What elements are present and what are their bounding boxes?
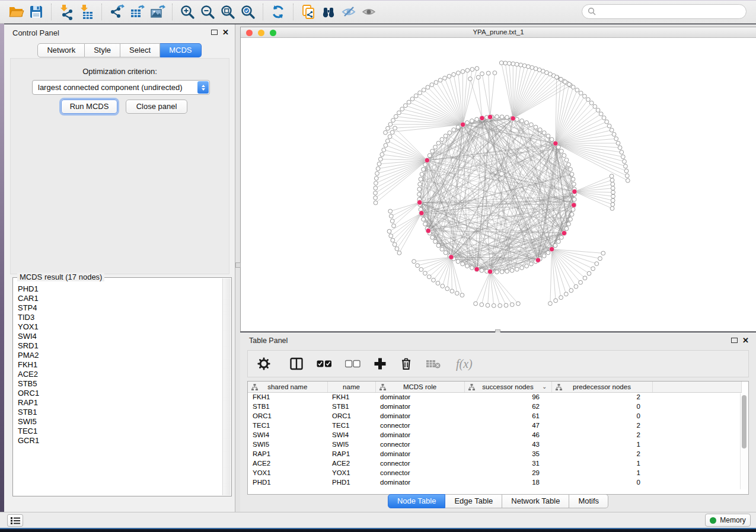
cell-successors[interactable]: 46	[464, 430, 551, 440]
table-row[interactable]: RAP1RAP1dominator352	[248, 449, 741, 459]
mcds-result-item[interactable]: FKH1	[18, 360, 222, 370]
table-row[interactable]: SWI4SWI4dominator462	[248, 430, 741, 440]
table-row[interactable]: TEC1TEC1connector472	[248, 421, 741, 430]
panel-splitter-vertical[interactable]	[235, 24, 240, 512]
cell-shared_name[interactable]: PHD1	[248, 477, 327, 487]
cell-predecessors[interactable]: 2	[551, 392, 652, 402]
hide-selected-eye-icon[interactable]	[339, 2, 359, 22]
cell-name[interactable]: ACE2	[327, 459, 375, 468]
cell-name[interactable]: ORC1	[327, 411, 375, 421]
window-minimize-icon[interactable]	[258, 30, 264, 36]
tab-network-table[interactable]: Network Table	[502, 494, 569, 508]
cell-name[interactable]: STB1	[327, 402, 375, 411]
clone-network-icon[interactable]	[298, 2, 318, 22]
network-window-titlebar[interactable]: YPA_prune.txt_1	[241, 27, 756, 38]
cell-successors[interactable]: 31	[464, 459, 551, 468]
mcds-result-item[interactable]: CAR1	[18, 294, 222, 303]
tab-style[interactable]: Style	[85, 43, 120, 57]
mcds-result-item[interactable]: STB1	[18, 408, 222, 417]
tab-node-table[interactable]: Node Table	[388, 494, 446, 508]
column-header-shared-name[interactable]: shared name	[248, 382, 327, 392]
refresh-icon[interactable]	[268, 2, 288, 22]
mcds-result-item[interactable]: YOX1	[18, 322, 222, 332]
cell-shared_name[interactable]: SWI5	[248, 440, 327, 449]
cell-successors[interactable]: 29	[464, 468, 551, 477]
search-input[interactable]	[596, 6, 746, 18]
memory-button[interactable]: Memory	[705, 514, 751, 527]
export-network-icon[interactable]	[107, 2, 127, 22]
mcds-list-scrollbar[interactable]	[222, 278, 231, 495]
tab-motifs[interactable]: Motifs	[569, 494, 608, 508]
column-header-mcds-role[interactable]: MCDS role	[375, 382, 464, 392]
cell-predecessors[interactable]: 2	[551, 421, 652, 430]
cell-name[interactable]: FKH1	[327, 392, 375, 402]
save-icon[interactable]	[26, 2, 46, 22]
table-row[interactable]: ACE2ACE2connector311	[248, 459, 741, 468]
column-header-predecessor-nodes[interactable]: predecessor nodes	[551, 382, 652, 392]
cell-role[interactable]: dominator	[375, 392, 464, 402]
window-close-icon[interactable]	[246, 30, 253, 36]
column-header-successor-nodes[interactable]: successor nodes ⌄	[464, 382, 551, 392]
import-table-icon[interactable]	[76, 2, 97, 22]
export-table-icon[interactable]	[127, 2, 147, 22]
cell-predecessors[interactable]: 1	[551, 459, 652, 468]
cell-role[interactable]: connector	[375, 459, 464, 468]
delete-table-icon[interactable]	[426, 358, 441, 369]
cell-successors[interactable]: 35	[464, 449, 551, 459]
mcds-result-item[interactable]: RAP1	[18, 398, 222, 408]
mcds-result-item[interactable]: SWI5	[18, 417, 222, 427]
table-row[interactable]: YOX1YOX1connector291	[248, 468, 741, 477]
table-row[interactable]: FKH1FKH1dominator962	[248, 392, 741, 402]
zoom-fit-icon[interactable]	[218, 2, 238, 22]
cell-role[interactable]: dominator	[375, 449, 464, 459]
close-panel-icon[interactable]: ✕	[222, 29, 229, 36]
close-panel-icon[interactable]: ✕	[742, 337, 749, 344]
cell-role[interactable]: dominator	[375, 411, 464, 421]
tab-edge-table[interactable]: Edge Table	[445, 494, 502, 508]
cell-successors[interactable]: 61	[464, 411, 551, 421]
export-image-icon[interactable]	[147, 2, 167, 22]
mcds-result-list[interactable]: PHD1CAR1STP4TID3YOX1SWI4SRD1PMA2FKH1ACE2…	[14, 281, 222, 495]
cell-shared_name[interactable]: FKH1	[248, 392, 327, 402]
import-network-icon[interactable]	[56, 2, 76, 22]
select-all-icon[interactable]	[317, 360, 332, 368]
cell-predecessors[interactable]: 1	[551, 468, 652, 477]
cell-name[interactable]: SWI4	[327, 430, 375, 440]
cell-role[interactable]: dominator	[375, 477, 464, 487]
window-zoom-icon[interactable]	[270, 30, 276, 36]
float-panel-icon[interactable]	[211, 30, 218, 35]
mcds-result-item[interactable]: ACE2	[18, 370, 222, 379]
cell-shared_name[interactable]: RAP1	[248, 449, 327, 459]
cell-shared_name[interactable]: YOX1	[248, 468, 327, 477]
run-mcds-button[interactable]: Run MCDS	[61, 100, 117, 114]
mcds-result-item[interactable]: PHD1	[18, 284, 222, 294]
cell-shared_name[interactable]: ORC1	[248, 411, 327, 421]
cell-shared_name[interactable]: TEC1	[248, 421, 327, 430]
cell-predecessors[interactable]: 0	[551, 411, 652, 421]
tab-mcds[interactable]: MCDS	[160, 43, 201, 57]
mcds-result-item[interactable]: ORC1	[18, 389, 222, 398]
mcds-result-item[interactable]: PMA2	[18, 351, 222, 360]
mcds-result-item[interactable]: TEC1	[18, 427, 222, 436]
cell-name[interactable]: SWI5	[327, 440, 375, 449]
show-all-eye-icon[interactable]	[359, 2, 379, 22]
cell-name[interactable]: RAP1	[327, 449, 375, 459]
open-file-icon[interactable]	[6, 2, 26, 22]
table-scrollbar[interactable]	[740, 393, 747, 489]
splitter-handle[interactable]	[235, 262, 241, 268]
close-panel-button[interactable]: Close panel	[126, 100, 187, 114]
table-row[interactable]: STB1STB1dominator620	[248, 402, 741, 411]
zoom-selected-icon[interactable]	[238, 2, 258, 22]
table-row[interactable]: PHD1PHD1dominator180	[248, 477, 741, 487]
cell-shared_name[interactable]: STB1	[248, 402, 327, 411]
cell-predecessors[interactable]: 2	[551, 449, 652, 459]
cell-role[interactable]: connector	[375, 440, 464, 449]
criterion-select[interactable]: largest connected component (undirected)	[32, 80, 210, 95]
column-header-name[interactable]: name	[327, 382, 375, 392]
cell-role[interactable]: dominator	[375, 402, 464, 411]
find-binoculars-icon[interactable]	[318, 2, 339, 22]
mcds-result-item[interactable]: GCR1	[18, 436, 222, 446]
split-view-icon[interactable]	[289, 357, 304, 371]
cell-name[interactable]: YOX1	[327, 468, 375, 477]
cell-predecessors[interactable]: 0	[551, 477, 652, 487]
